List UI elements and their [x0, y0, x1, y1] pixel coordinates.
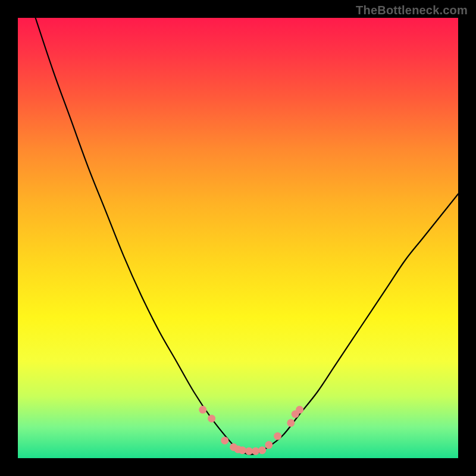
curve-layer	[18, 18, 458, 458]
trough-marker	[239, 446, 246, 454]
trough-marker	[265, 441, 273, 449]
trough-marker	[287, 419, 295, 427]
trough-marker	[274, 433, 281, 440]
trough-marker	[296, 406, 303, 414]
bottleneck-curve	[36, 18, 458, 455]
plot-area	[18, 18, 458, 458]
trough-marker	[221, 437, 228, 444]
chart-frame: TheBottleneck.com	[0, 0, 476, 476]
watermark-text: TheBottleneck.com	[356, 4, 468, 17]
trough-marker	[208, 415, 215, 422]
trough-marker	[199, 406, 206, 414]
trough-marker	[252, 447, 259, 455]
trough-marker	[245, 447, 253, 455]
trough-marker	[258, 446, 266, 454]
